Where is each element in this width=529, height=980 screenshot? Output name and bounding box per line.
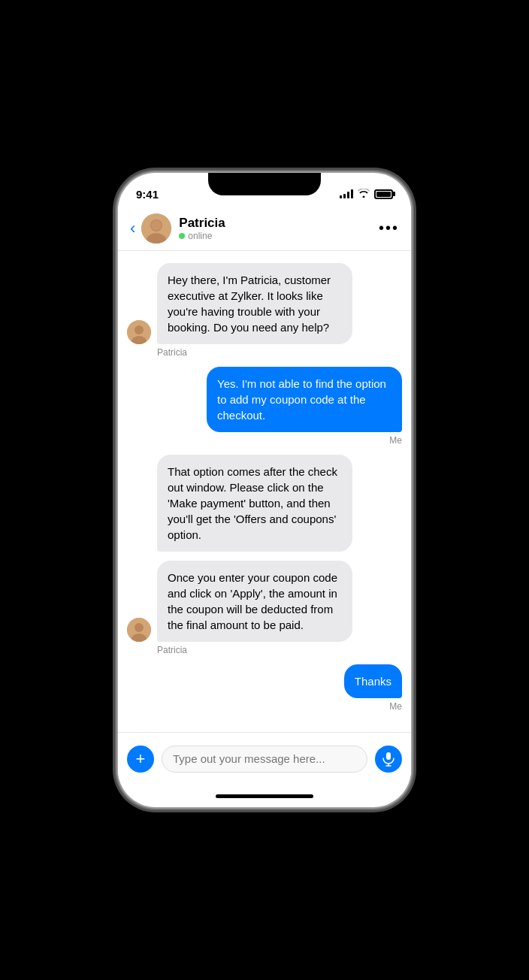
svg-point-3	[151, 220, 162, 231]
sender-avatar	[127, 320, 151, 344]
phone-frame: 9:41	[0, 0, 529, 980]
sender-avatar	[127, 618, 151, 642]
message-row: Yes. I'm not able to find the option to …	[127, 367, 402, 432]
back-button[interactable]: ‹	[130, 219, 135, 238]
phone-body: 9:41	[118, 173, 411, 807]
signal-icon	[340, 189, 353, 198]
sender-name: Patricia	[157, 347, 402, 358]
message-group-1: Hey there, I'm Patricia, customer execut…	[127, 263, 402, 358]
contact-avatar	[141, 213, 171, 243]
contact-status: online	[179, 231, 379, 241]
message-bubble: That option comes after the check out wi…	[157, 455, 352, 552]
wifi-icon	[358, 189, 370, 200]
chat-header: ‹ Patricia online •••	[118, 206, 411, 251]
message-group-2: Yes. I'm not able to find the option to …	[127, 367, 402, 446]
message-input[interactable]	[162, 746, 367, 773]
status-time: 9:41	[136, 188, 159, 201]
message-row: Thanks	[127, 664, 402, 698]
more-options-button[interactable]: •••	[379, 219, 399, 237]
mic-button[interactable]	[375, 746, 402, 773]
contact-name: Patricia	[179, 216, 379, 231]
message-row: Once you enter your coupon code and clic…	[127, 561, 402, 642]
online-indicator	[179, 233, 185, 239]
sender-name: Patricia	[157, 645, 402, 655]
message-bubble: Hey there, I'm Patricia, customer execut…	[157, 263, 352, 344]
screen-content: 9:41	[118, 173, 411, 807]
notch	[208, 173, 321, 195]
home-indicator	[118, 785, 411, 807]
message-row: Hey there, I'm Patricia, customer execut…	[127, 263, 402, 344]
sender-name: Me	[127, 435, 402, 446]
battery-icon	[374, 189, 393, 199]
chat-messages: Hey there, I'm Patricia, customer execut…	[118, 251, 411, 732]
input-area: +	[118, 732, 411, 785]
svg-point-8	[135, 623, 144, 632]
message-bubble: Thanks	[344, 664, 402, 698]
message-group-4: Once you enter your coupon code and clic…	[127, 561, 402, 655]
message-group-5: Thanks Me	[127, 664, 402, 712]
svg-rect-10	[386, 752, 391, 760]
message-bubble: Once you enter your coupon code and clic…	[157, 561, 352, 642]
sender-name: Me	[127, 701, 402, 712]
message-row: That option comes after the check out wi…	[127, 455, 402, 552]
message-bubble: Yes. I'm not able to find the option to …	[207, 367, 402, 432]
svg-point-5	[135, 325, 144, 334]
home-bar	[216, 794, 313, 798]
status-icons	[340, 189, 393, 200]
add-button[interactable]: +	[127, 746, 154, 773]
contact-info: Patricia online	[179, 216, 379, 241]
message-group-3: That option comes after the check out wi…	[127, 455, 402, 552]
